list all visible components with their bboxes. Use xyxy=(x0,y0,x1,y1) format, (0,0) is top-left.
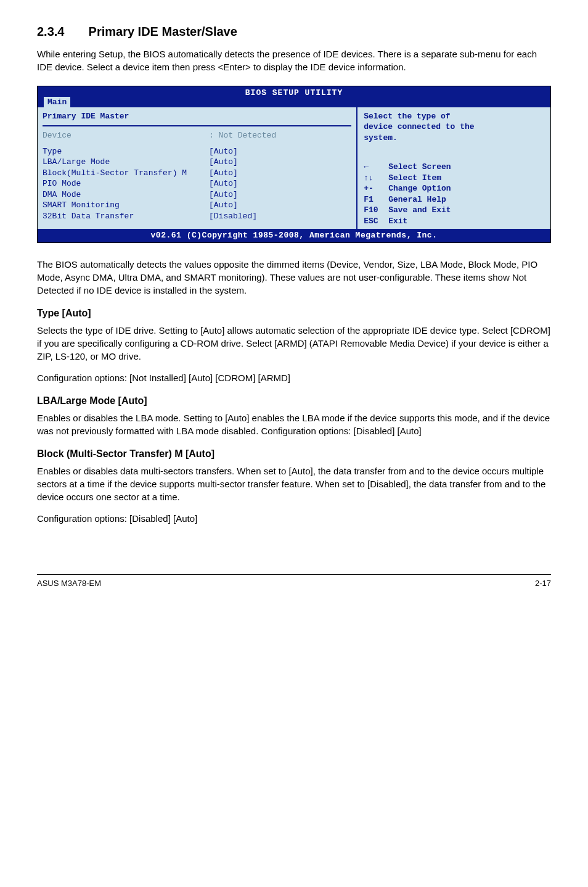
page-footer: ASUS M3A78-EM 2-17 xyxy=(37,574,551,588)
footer-right: 2-17 xyxy=(535,579,551,588)
bios-help-line: system. xyxy=(364,133,545,144)
bios-nav-label: General Help xyxy=(388,194,446,205)
bios-device-label: Device xyxy=(43,130,209,141)
paragraph: Configuration options: [Disabled] [Auto] xyxy=(37,512,551,525)
bios-setting-row[interactable]: Block(Multi-Sector Transfer) M [Auto] xyxy=(43,168,351,179)
bios-nav-label: Save and Exit xyxy=(388,205,451,216)
bios-panel-title: Primary IDE Master xyxy=(43,111,351,125)
bios-help-text: Select the type of device connected to t… xyxy=(364,111,545,144)
bios-setting-label: DMA Mode xyxy=(43,189,209,200)
bios-setting-label: SMART Monitoring xyxy=(43,200,209,211)
bios-nav-key: F1 xyxy=(364,194,388,205)
bios-divider xyxy=(43,125,351,126)
bios-nav-row: ← Select Screen xyxy=(364,162,545,173)
bios-setting-value: [Auto] xyxy=(209,157,351,168)
section-title: Primary IDE Master/Slave xyxy=(89,25,237,38)
bios-setting-value: [Disabled] xyxy=(209,211,351,222)
bios-setting-row[interactable]: PIO Mode [Auto] xyxy=(43,178,351,189)
bios-setting-label: LBA/Large Mode xyxy=(43,157,209,168)
bios-device-row: Device : Not Detected xyxy=(43,130,351,141)
bios-setting-row[interactable]: LBA/Large Mode [Auto] xyxy=(43,157,351,168)
bios-device-value: : Not Detected xyxy=(209,130,351,141)
bios-nav-row: ↑↓ Select Item xyxy=(364,173,545,184)
bios-help-line: device connected to the xyxy=(364,122,545,133)
section-number: 2.3.4 xyxy=(37,25,85,39)
section-heading: 2.3.4 Primary IDE Master/Slave xyxy=(37,25,551,39)
bios-left-panel: Primary IDE Master Device : Not Detected… xyxy=(38,107,356,229)
subheading-block: Block (Multi-Sector Transfer) M [Auto] xyxy=(37,448,551,460)
bios-setting-label: Type xyxy=(43,146,209,157)
bios-setting-value: [Auto] xyxy=(209,146,351,157)
bios-nav-row: F1 General Help xyxy=(364,194,545,205)
bios-nav-row: ESC Exit xyxy=(364,216,545,227)
bios-title: BIOS SETUP UTILITY xyxy=(245,88,343,97)
bios-nav-row: +- Change Option xyxy=(364,183,545,194)
bios-body: Primary IDE Master Device : Not Detected… xyxy=(38,107,550,229)
bios-nav-label: Select Item xyxy=(388,173,441,184)
bios-screenshot: BIOS SETUP UTILITY Main Primary IDE Mast… xyxy=(37,86,551,243)
bios-setting-label: 32Bit Data Transfer xyxy=(43,211,209,222)
bios-nav-key: F10 xyxy=(364,205,388,216)
bios-nav-key: ESC xyxy=(364,216,388,227)
paragraph: Selects the type of IDE drive. Setting t… xyxy=(37,324,551,363)
bios-setting-value: [Auto] xyxy=(209,200,351,211)
bios-nav-help: ← Select Screen ↑↓ Select Item +- Change… xyxy=(364,143,545,226)
bios-footer: v02.61 (C)Copyright 1985-2008, American … xyxy=(38,229,550,242)
bios-nav-row: F10 Save and Exit xyxy=(364,205,545,216)
bios-setting-label: PIO Mode xyxy=(43,178,209,189)
subheading-type: Type [Auto] xyxy=(37,308,551,319)
bios-setting-value: [Auto] xyxy=(209,168,351,179)
bios-setting-value: [Auto] xyxy=(209,189,351,200)
bios-tab-main: Main xyxy=(44,97,70,108)
bios-titlebar: BIOS SETUP UTILITY Main xyxy=(38,86,550,107)
bios-nav-label: Change Option xyxy=(388,183,451,194)
bios-setting-row[interactable]: Type [Auto] xyxy=(43,146,351,157)
paragraph: Enables or disables data multi-sectors t… xyxy=(37,464,551,503)
plus-minus-icon: +- xyxy=(364,183,388,194)
bios-right-panel: Select the type of device connected to t… xyxy=(356,107,550,229)
bios-setting-row[interactable]: DMA Mode [Auto] xyxy=(43,189,351,200)
intro-paragraph: While entering Setup, the BIOS automatic… xyxy=(37,47,551,73)
bios-setting-row[interactable]: SMART Monitoring [Auto] xyxy=(43,200,351,211)
arrow-left-icon: ← xyxy=(364,162,388,173)
paragraph: Enables or disables the LBA mode. Settin… xyxy=(37,411,551,437)
bios-setting-value: [Auto] xyxy=(209,178,351,189)
paragraph: Configuration options: [Not Installed] [… xyxy=(37,371,551,384)
bios-nav-label: Exit xyxy=(388,216,407,227)
subheading-lba: LBA/Large Mode [Auto] xyxy=(37,395,551,406)
bios-help-line: Select the type of xyxy=(364,111,545,122)
bios-nav-label: Select Screen xyxy=(388,162,451,173)
bios-setting-row[interactable]: 32Bit Data Transfer [Disabled] xyxy=(43,211,351,222)
footer-left: ASUS M3A78-EM xyxy=(37,579,101,588)
bios-setting-label: Block(Multi-Sector Transfer) M xyxy=(43,168,209,179)
paragraph-after-bios: The BIOS automatically detects the value… xyxy=(37,258,551,297)
arrow-updown-icon: ↑↓ xyxy=(364,173,388,184)
